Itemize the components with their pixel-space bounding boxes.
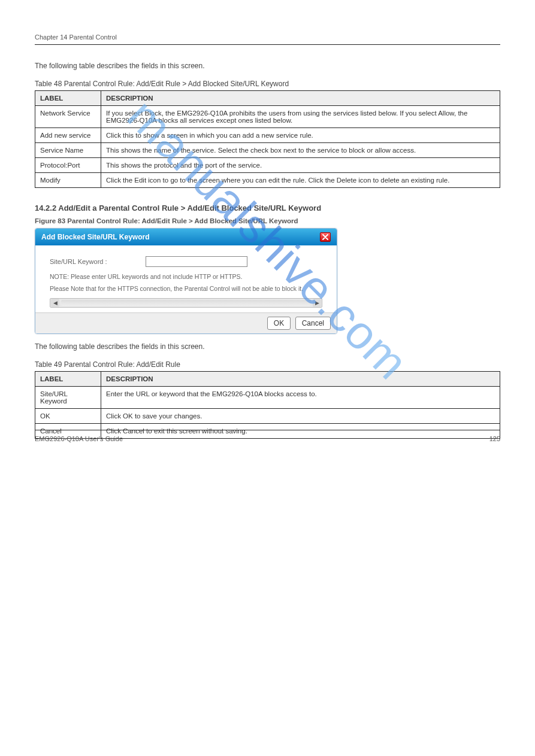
table-add-edit-rule: LABEL DESCRIPTION Site/URL Keyword Enter… bbox=[35, 371, 500, 439]
horizontal-scrollbar[interactable]: ◀ ▶ bbox=[50, 298, 322, 308]
page-container: Chapter 14 Parental Control The followin… bbox=[0, 0, 535, 478]
table-caption-2: Table 49 Parental Control Rule: Add/Edit… bbox=[35, 360, 500, 369]
table-header-label: LABEL bbox=[35, 372, 101, 387]
table-row: Modify Click the Edit icon to go to the … bbox=[35, 173, 500, 188]
cell-desc: Click the Edit icon to go to the screen … bbox=[101, 173, 500, 188]
footer-page: 125 bbox=[489, 435, 500, 442]
dialog-title-text: Add Blocked Site/URL Keyword bbox=[41, 233, 149, 241]
ok-button[interactable]: OK bbox=[267, 317, 291, 330]
cell-label: Protocol:Port bbox=[35, 158, 101, 173]
scrollbar-track[interactable] bbox=[61, 300, 311, 306]
table-row: Site/URL Keyword Enter the URL or keywor… bbox=[35, 387, 500, 409]
cancel-button[interactable]: Cancel bbox=[295, 317, 331, 330]
dialog-titlebar: Add Blocked Site/URL Keyword bbox=[35, 229, 337, 245]
dialog-input-row: Site/URL Keyword : bbox=[50, 256, 322, 267]
table-row: Service Name This shows the name of the … bbox=[35, 143, 500, 158]
keyword-label: Site/URL Keyword : bbox=[50, 258, 146, 265]
table-header-desc: DESCRIPTION bbox=[101, 91, 500, 106]
table-header-label: LABEL bbox=[35, 91, 101, 106]
cell-desc: This shows the protocol and the port of … bbox=[101, 158, 500, 173]
section2-intro: The following table describes the fields… bbox=[35, 342, 500, 351]
dialog-note-2: Please Note that for the HTTPS connectio… bbox=[50, 285, 322, 292]
cell-desc: Click OK to save your changes. bbox=[101, 409, 500, 424]
dialog-add-blocked-site: Add Blocked Site/URL Keyword Site/URL Ke… bbox=[35, 228, 337, 334]
chapter-label: Chapter 14 Parental Control bbox=[35, 34, 117, 41]
cell-desc: This shows the name of the service. Sele… bbox=[101, 143, 500, 158]
scrollbar-right-arrow-icon[interactable]: ▶ bbox=[313, 299, 321, 307]
dialog-footer: OK Cancel bbox=[35, 312, 337, 333]
close-icon-svg bbox=[322, 234, 328, 240]
cell-label: Network Service bbox=[35, 106, 101, 128]
table-row: Add new service Click this to show a scr… bbox=[35, 128, 500, 143]
cell-label: Site/URL Keyword bbox=[35, 387, 101, 409]
page-header: Chapter 14 Parental Control bbox=[35, 34, 500, 45]
cell-desc: Click this to show a screen in which you… bbox=[101, 128, 500, 143]
figure-caption: Figure 83 Parental Control Rule: Add/Edi… bbox=[35, 217, 500, 224]
scrollbar-left-arrow-icon[interactable]: ◀ bbox=[51, 299, 59, 307]
cell-desc: Enter the URL or keyword that the EMG292… bbox=[101, 387, 500, 409]
table-row: Network Service If you select Block, the… bbox=[35, 106, 500, 128]
cell-label: Service Name bbox=[35, 143, 101, 158]
table-caption-1: Table 48 Parental Control Rule: Add/Edit… bbox=[35, 80, 500, 88]
cell-label: OK bbox=[35, 409, 101, 424]
footer-guide: EMG2926-Q10A User's Guide bbox=[35, 435, 123, 442]
keyword-input[interactable] bbox=[146, 256, 247, 267]
intro-text: The following table describes the fields… bbox=[35, 62, 500, 70]
close-icon[interactable] bbox=[320, 232, 331, 242]
section-heading-add-edit: 14.2.2 Add/Edit a Parental Control Rule … bbox=[35, 204, 500, 212]
table-row: OK Click OK to save your changes. bbox=[35, 409, 500, 424]
table-header-desc: DESCRIPTION bbox=[101, 372, 500, 387]
table-parental-rule: LABEL DESCRIPTION Network Service If you… bbox=[35, 90, 500, 188]
dialog-note-1: NOTE: Please enter URL keywords and not … bbox=[50, 273, 322, 280]
table-row: Protocol:Port This shows the protocol an… bbox=[35, 158, 500, 173]
cell-label: Add new service bbox=[35, 128, 101, 143]
cell-desc: If you select Block, the EMG2926-Q10A pr… bbox=[101, 106, 500, 128]
page-footer: EMG2926-Q10A User's Guide 125 bbox=[35, 430, 500, 442]
dialog-body: Site/URL Keyword : NOTE: Please enter UR… bbox=[35, 245, 337, 312]
cell-label: Modify bbox=[35, 173, 101, 188]
